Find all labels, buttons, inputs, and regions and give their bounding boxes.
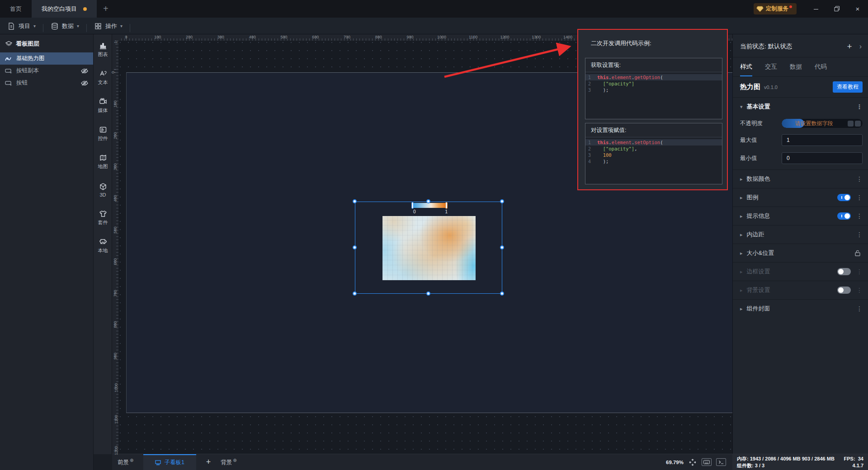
fit-view-button[interactable]: [688, 458, 697, 466]
panel-tab-代码[interactable]: 代码: [815, 63, 827, 76]
resize-handle[interactable]: [426, 291, 430, 296]
custom-service-badge[interactable]: 定制服务: [754, 3, 797, 14]
settings-section[interactable]: ▸ 大小&位置: [733, 244, 868, 262]
kebab-menu-icon[interactable]: ⋮: [856, 305, 862, 312]
caret-right-icon: ▸: [740, 287, 743, 293]
tab-project[interactable]: 我的空白项目: [32, 0, 97, 18]
subboard-tab[interactable]: 子看板1: [143, 454, 196, 470]
panel-tab-样式[interactable]: 样式: [740, 63, 752, 76]
visibility-off-icon[interactable]: [80, 67, 89, 75]
section-label: 边框设置: [747, 268, 837, 276]
layer-item[interactable]: 按钮副本: [0, 65, 93, 77]
kebab-menu-icon[interactable]: ⋮: [856, 194, 862, 201]
kebab-menu-icon[interactable]: ⋮: [856, 175, 862, 183]
layers-icon: [5, 41, 12, 47]
min-value-label: 最小值: [740, 155, 782, 162]
basic-settings-header[interactable]: ▾ 基本设置 ⋮: [733, 97, 868, 116]
add-background-icon[interactable]: ⊕: [233, 458, 236, 463]
settings-section[interactable]: ▸ 内边距 ⋮: [733, 225, 868, 244]
puzzle-icon: [99, 238, 107, 246]
component-category-chart[interactable]: 图表: [94, 37, 112, 62]
chart-icon: [99, 42, 107, 50]
cube-icon: [99, 183, 107, 191]
component-category-media[interactable]: 媒体: [94, 93, 112, 118]
kebab-menu-icon[interactable]: ⋮: [856, 268, 862, 275]
kebab-menu-icon[interactable]: ⋮: [856, 231, 862, 238]
resize-handle[interactable]: [426, 199, 430, 203]
section-toggle[interactable]: [837, 194, 851, 201]
opacity-knob-1[interactable]: [848, 121, 854, 127]
layer-item[interactable]: 基础热力图: [0, 52, 93, 65]
component-category-map[interactable]: 地图: [94, 149, 112, 174]
close-button[interactable]: ×: [847, 0, 868, 18]
section-toggle[interactable]: [837, 268, 851, 275]
foreground-button[interactable]: 前景⊕: [118, 458, 133, 466]
new-tab-button[interactable]: +: [103, 4, 108, 14]
settings-section[interactable]: ▸ 组件封面 ⋮: [733, 299, 868, 318]
restore-button[interactable]: [826, 0, 847, 18]
selection-box[interactable]: [355, 202, 502, 294]
memory-stat: 内存: 1943 / 2086 / 4096 MB 903 / 2846 MB: [737, 456, 835, 462]
zoom-level[interactable]: 69.79%: [666, 460, 684, 465]
section-toggle[interactable]: [837, 287, 851, 294]
resize-handle[interactable]: [500, 199, 504, 203]
component-category-cube[interactable]: 3D: [94, 177, 112, 202]
lock-icon[interactable]: [854, 249, 862, 257]
add-foreground-icon[interactable]: ⊕: [130, 458, 133, 463]
settings-section[interactable]: ▸ 边框设置 ⋮: [733, 262, 868, 281]
component-category-text[interactable]: 文本: [94, 65, 112, 90]
kebab-menu-icon[interactable]: ⋮: [856, 212, 862, 220]
h-ruler-label: 800: [375, 35, 382, 39]
component-category-kit[interactable]: 套件: [94, 205, 112, 230]
layer-item-label: 按钮: [16, 79, 77, 87]
kebab-menu-icon[interactable]: ⋮: [856, 103, 862, 110]
code-editor[interactable]: 1this.element.setOption(2 ["opacity"],3 …: [585, 137, 722, 184]
add-subboard-button[interactable]: +: [206, 457, 211, 467]
settings-section[interactable]: ▸ 数据颜色 ⋮: [733, 169, 868, 188]
min-value-input[interactable]: 0: [782, 152, 863, 164]
code-editor[interactable]: 1this.element.getOption(2 ["opacity"]3 )…: [585, 72, 722, 119]
component-name: 热力图: [740, 83, 760, 91]
resize-handle[interactable]: [353, 291, 357, 296]
view-tutorial-button[interactable]: 查看教程: [833, 81, 863, 93]
settings-section[interactable]: ▸ 背景设置 ⋮: [733, 281, 868, 299]
opacity-knob-2[interactable]: [855, 121, 861, 127]
legend-max-handle[interactable]: [445, 202, 448, 209]
max-value-input[interactable]: 1: [782, 134, 863, 146]
add-state-button[interactable]: +: [847, 42, 852, 52]
component-category-widget[interactable]: 控件: [94, 121, 112, 146]
console-button[interactable]: [716, 458, 726, 466]
resize-handle[interactable]: [353, 245, 357, 249]
minimize-button[interactable]: [806, 0, 826, 18]
resize-handle[interactable]: [500, 245, 504, 249]
panel-tab-数据[interactable]: 数据: [790, 63, 802, 76]
section-toggle[interactable]: [837, 212, 851, 220]
layer-item[interactable]: 按钮: [0, 77, 93, 89]
settings-section[interactable]: ▸ 提示信息 ⋮: [733, 207, 868, 225]
menu-data[interactable]: 数据▾: [43, 18, 86, 34]
component-category-label: 地图: [98, 163, 108, 170]
chevron-right-icon[interactable]: ›: [859, 42, 862, 51]
diamond-icon: [756, 6, 764, 12]
section-label: 提示信息: [747, 212, 837, 220]
component-category-label: 套件: [98, 219, 108, 226]
component-category-label: 媒体: [98, 107, 108, 114]
panel-tab-交互[interactable]: 交互: [765, 63, 777, 76]
shortcuts-button[interactable]: [702, 458, 712, 466]
settings-section[interactable]: ▸ 图例 ⋮: [733, 188, 868, 207]
resize-handle[interactable]: [500, 291, 504, 296]
kebab-menu-icon[interactable]: ⋮: [856, 287, 862, 294]
menu-grid[interactable]: 操作▾: [87, 18, 130, 34]
line-number: 1: [585, 74, 597, 80]
component-category-puzzle[interactable]: 本地: [94, 233, 112, 258]
heatmap-legend: 0 1: [411, 202, 448, 214]
resize-handle[interactable]: [353, 199, 357, 203]
section-label: 图例: [747, 193, 837, 202]
menu-doc[interactable]: 项目▾: [0, 18, 43, 34]
background-button[interactable]: 背景⊕: [221, 458, 236, 466]
menu-label: 操作: [105, 22, 117, 30]
foreground-label: 前景: [118, 459, 129, 465]
opacity-field[interactable]: 请设置数据字段: [782, 119, 863, 128]
tab-home[interactable]: 首页: [0, 0, 32, 18]
visibility-off-icon[interactable]: [80, 79, 89, 87]
